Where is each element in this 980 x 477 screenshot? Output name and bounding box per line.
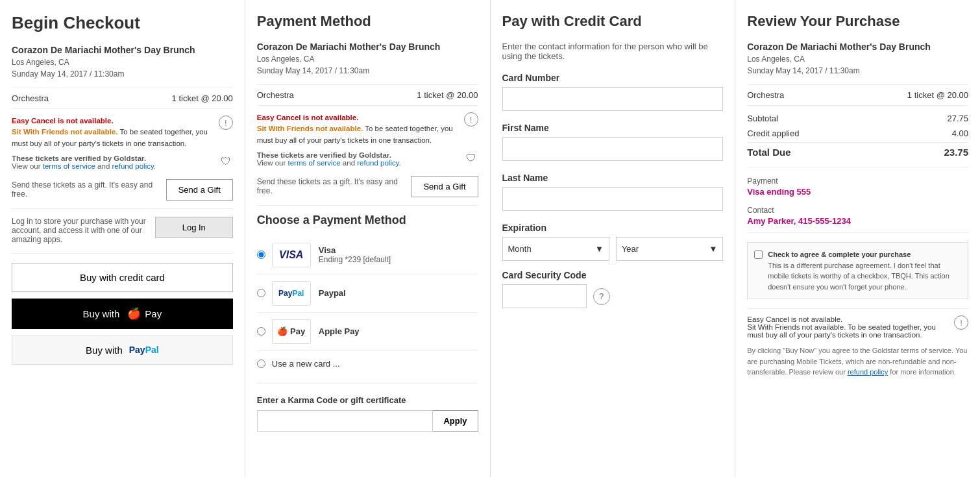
buy-apple-pay-label: Buy with <box>83 308 120 319</box>
credit-value: 4.00 <box>952 128 968 138</box>
panel2-tos-link[interactable]: terms of service <box>288 159 340 167</box>
payment-value: Visa ending 555 <box>747 187 968 197</box>
expiration-label: Expiration <box>502 223 724 233</box>
panel4-event-date: Sunday May 14, 2017 / 11:30am <box>747 66 859 75</box>
payment-option-applepay: 🍎 Pay Apple Pay <box>257 313 478 351</box>
security-code-label: Card Security Code <box>502 270 724 280</box>
total-value: 23.75 <box>944 147 968 158</box>
subtotal-label: Subtotal <box>747 114 778 123</box>
buy-credit-card-button[interactable]: Buy with credit card <box>12 263 233 292</box>
tos-link[interactable]: terms of service <box>43 162 95 170</box>
panel4-warning-icon: ! <box>954 315 968 330</box>
visa-logo: VISA <box>279 249 303 261</box>
panel2-title: Payment Method <box>257 13 478 30</box>
buy-apple-pay-button[interactable]: Buy with 🍎 Pay <box>12 299 233 329</box>
contact-value: Amy Parker, 415-555-1234 <box>747 216 968 226</box>
applepay-radio[interactable] <box>257 327 265 336</box>
visa-sublabel: Ending *239 [default] <box>319 255 391 264</box>
last-name-input[interactable] <box>502 187 724 211</box>
panel2-verified-text: These tickets are verified by Goldstar. … <box>257 151 401 167</box>
payment-method-panel: Payment Method Corazon De Mariachi Mothe… <box>245 0 491 477</box>
panel2-event-meta: Los Angeles, CA Sunday May 14, 2017 / 11… <box>257 53 478 77</box>
panel1-ticket-quantity: 1 ticket @ 20.00 <box>172 93 233 103</box>
visa-radio[interactable] <box>257 251 265 259</box>
paypal-logo-box: PayPal <box>272 281 311 306</box>
panel4-event-name: Corazon De Mariachi Mother's Day Brunch <box>747 42 968 52</box>
panel1-event-meta: Los Angeles, CA Sunday May 14, 2017 / 11… <box>12 56 233 80</box>
first-name-label: First Name <box>502 123 724 133</box>
panel4-warning-text: Easy Cancel is not available. Sit With F… <box>747 315 949 339</box>
panel1-gift-text: Send these tickets as a gift. It's easy … <box>12 180 160 199</box>
security-help-icon[interactable]: ? <box>593 288 610 305</box>
apply-button[interactable]: Apply <box>433 410 478 432</box>
panel4-event-location: Los Angeles, CA <box>747 55 805 64</box>
contact-label: Contact <box>747 206 968 215</box>
new-card-radio[interactable] <box>257 360 265 368</box>
first-name-input[interactable] <box>502 137 724 161</box>
paypal-label: Paypal <box>319 288 346 298</box>
pay-credit-card-panel: Pay with Credit Card Enter the contact i… <box>491 0 736 477</box>
year-select[interactable]: Year ▼ <box>616 237 723 261</box>
panel3-title: Pay with Credit Card <box>502 13 724 30</box>
panel2-event-date: Sunday May 14, 2017 / 11:30am <box>257 66 369 75</box>
month-placeholder: Month <box>508 244 532 254</box>
panel4-event-meta: Los Angeles, CA Sunday May 14, 2017 / 11… <box>747 53 968 77</box>
card-number-label: Card Number <box>502 73 724 83</box>
payment-option-visa: VISA Visa Ending *239 [default] <box>257 236 478 275</box>
paypal-logo: PayPal <box>127 345 159 355</box>
panel4-title: Review Your Purchase <box>747 13 968 30</box>
panel2-send-gift-button[interactable]: Send a Gift <box>411 176 478 197</box>
review-purchase-panel: Review Your Purchase Corazon De Mariachi… <box>735 0 980 477</box>
panel1-warning-text: Easy Cancel is not available. Sit With F… <box>12 116 214 149</box>
buy-apple-pay-suffix: Pay <box>145 308 162 319</box>
year-chevron-icon: ▼ <box>709 244 717 254</box>
login-button[interactable]: Log In <box>155 217 233 238</box>
panel1-title: Begin Checkout <box>12 13 233 33</box>
paypal-radio[interactable] <box>257 289 265 297</box>
total-label: Total Due <box>747 147 790 158</box>
warning-icon: ! <box>219 116 233 130</box>
credit-label: Credit applied <box>747 128 799 138</box>
panel2-event-location: Los Angeles, CA <box>257 55 315 64</box>
panel2-refund-link[interactable]: refund policy <box>357 159 398 167</box>
panel4-refund-link[interactable]: refund policy <box>848 368 888 376</box>
panel2-ticket-quantity: 1 ticket @ 20.00 <box>417 90 478 100</box>
panel2-warning-icon: ! <box>464 112 478 127</box>
panel2-event-name: Corazon De Mariachi Mother's Day Brunch <box>257 42 478 52</box>
panel2-warning-text: Easy Cancel is not available. Sit With F… <box>257 112 459 146</box>
panel1-login-text: Log in to store your purchase with your … <box>12 217 149 244</box>
agree-checkbox[interactable] <box>754 251 763 259</box>
panel2-ticket-section: Orchestra <box>257 90 294 100</box>
use-new-card-option: Use a new card ... <box>257 351 478 376</box>
checkbox-title: Check to agree & complete your purchase <box>768 251 911 258</box>
karma-input[interactable] <box>257 410 434 432</box>
paypal-box-logo: PayPal <box>278 289 304 298</box>
visa-logo-box: VISA <box>272 243 311 267</box>
panel1-event-date: Sunday May 14, 2017 / 11:30am <box>12 69 124 79</box>
subtotal-value: 27.75 <box>947 114 968 123</box>
payment-label: Payment <box>747 177 968 186</box>
payment-option-paypal: PayPal Paypal <box>257 275 478 313</box>
panel2-gift-text: Send these tickets as a gift. It's easy … <box>257 177 405 195</box>
apple-pay-icon: 🍎 <box>127 307 141 321</box>
panel4-ticket-quantity: 1 ticket @ 20.00 <box>907 90 968 100</box>
month-select[interactable]: Month ▼ <box>502 237 609 261</box>
panel4-ticket-section: Orchestra <box>747 90 784 100</box>
last-name-label: Last Name <box>502 173 724 183</box>
shield-icon: 🛡 <box>219 154 233 169</box>
security-code-input[interactable] <box>502 284 587 308</box>
applepay-label: Apple Pay <box>319 326 360 336</box>
panel1-ticket-section: Orchestra <box>12 93 49 103</box>
use-new-card-label: Use a new card ... <box>272 359 340 369</box>
applepay-box-logo: 🍎 Pay <box>277 326 305 336</box>
refund-link[interactable]: refund policy <box>112 162 153 170</box>
panel1-verified-text: These tickets are verified by Goldstar. … <box>12 154 156 170</box>
checkbox-desc: This is a different purchase agreement. … <box>768 262 949 291</box>
buy-paypal-button[interactable]: Buy with PayPal <box>12 336 233 365</box>
choose-payment-title: Choose a Payment Method <box>257 214 478 227</box>
card-number-input[interactable] <box>502 87 724 111</box>
karma-label: Enter a Karma Code or gift certificate <box>257 395 478 405</box>
panel3-intro: Enter the contact information for the pe… <box>502 42 724 61</box>
visa-label: Visa <box>319 245 391 255</box>
send-gift-button[interactable]: Send a Gift <box>166 179 233 201</box>
